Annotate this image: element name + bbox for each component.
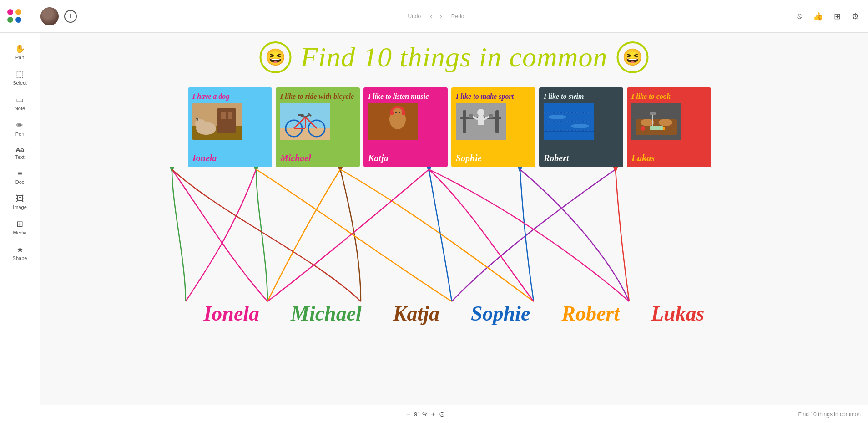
bottom-name-lukas: Lukas xyxy=(651,301,705,326)
svg-marker-61 xyxy=(427,167,431,173)
card-sophie-title: I like to make sport xyxy=(456,92,531,101)
card-sophie-name: Sophie xyxy=(456,153,482,163)
card-michael[interactable]: I like to ride with bicycle xyxy=(276,87,360,167)
sidebar: ✋ Pan ⬚ Select ▭ Note ✏ Pen Aa Text ≡ Do… xyxy=(0,33,40,405)
svg-rect-35 xyxy=(478,116,484,125)
sidebar-select-label: Select xyxy=(13,80,27,86)
bottom-name-sophie: Sophie xyxy=(471,301,530,326)
svg-point-9 xyxy=(192,119,197,122)
sidebar-image-label: Image xyxy=(13,204,27,210)
svg-marker-60 xyxy=(338,167,343,173)
text-icon: Aa xyxy=(15,146,24,153)
sidebar-item-select[interactable]: ⬚ Select xyxy=(4,66,36,89)
select-icon: ⬚ xyxy=(16,69,24,79)
svg-point-48 xyxy=(571,124,589,128)
names-row: Ionela Michael Katja Sophie Robert Lukas xyxy=(188,301,720,326)
card-katja[interactable]: I like to listen music xyxy=(363,87,448,167)
sidebar-shape-label: Shape xyxy=(13,255,27,261)
zoom-in-button[interactable]: + xyxy=(431,410,435,418)
sidebar-item-pen[interactable]: ✏ Pen xyxy=(4,117,36,140)
bottom-name-katja: Katja xyxy=(393,301,439,326)
svg-marker-62 xyxy=(518,167,522,173)
zoom-controls: − 91 % + ⊙ xyxy=(406,410,445,418)
card-lukas[interactable]: I like to cook Luka xyxy=(627,87,711,167)
zoom-out-button[interactable]: − xyxy=(406,410,410,418)
card-robert-name: Robert xyxy=(544,153,569,163)
canvas[interactable]: 😆 Find 10 things in common 😆 I have a do… xyxy=(40,33,868,405)
svg-rect-57 xyxy=(650,126,663,130)
topbar-right: ⎋ 👍 ⊞ ⚙ xyxy=(795,10,861,23)
app-logo[interactable] xyxy=(7,9,22,24)
card-robert[interactable]: I like to swim Robert xyxy=(539,87,623,167)
card-katja-title: I like to listen music xyxy=(368,92,443,101)
main-title-area: 😆 Find 10 things in common 😆 xyxy=(260,41,649,73)
back-button[interactable]: ‹ xyxy=(428,10,434,22)
pan-icon: ✋ xyxy=(15,44,25,54)
cards-row: I have a dog Ionela xyxy=(188,87,720,167)
card-ionela[interactable]: I have a dog Ionela xyxy=(188,87,272,167)
card-lukas-title: I like to cook xyxy=(631,92,707,101)
smiley-left: 😆 xyxy=(260,41,292,73)
sidebar-text-label: Text xyxy=(15,154,24,160)
bottom-name-ionela: Ionela xyxy=(203,301,259,326)
card-ionela-title: I have a dog xyxy=(192,92,267,101)
sidebar-item-media[interactable]: ⊞ Media xyxy=(4,215,36,239)
card-sophie[interactable]: I like to make sport xyxy=(451,87,535,167)
page-title-bottom: Find 10 things in common xyxy=(798,411,861,418)
svg-rect-2 xyxy=(217,108,236,133)
card-michael-name: Michael xyxy=(280,153,311,163)
svg-rect-4 xyxy=(228,112,232,119)
like-button[interactable]: 👍 xyxy=(811,10,825,23)
svg-point-28 xyxy=(395,112,397,113)
sidebar-item-pan[interactable]: ✋ Pan xyxy=(4,40,36,64)
divider xyxy=(31,8,31,25)
svg-rect-26 xyxy=(390,111,394,115)
sidebar-pen-label: Pen xyxy=(15,131,25,137)
sidebar-item-image[interactable]: 🖼 Image xyxy=(4,190,36,214)
bottom-name-michael: Michael xyxy=(291,301,362,326)
card-robert-image xyxy=(544,103,594,140)
sidebar-item-note[interactable]: ▭ Note xyxy=(4,91,36,115)
sidebar-item-text[interactable]: Aa Text xyxy=(4,142,36,163)
card-michael-title: I like to ride with bicycle xyxy=(280,92,355,101)
svg-rect-45 xyxy=(544,121,594,122)
forward-button[interactable]: › xyxy=(438,10,444,22)
svg-marker-58 xyxy=(170,167,174,173)
card-michael-image xyxy=(280,103,330,140)
media-icon: ⊞ xyxy=(16,219,23,229)
settings-button[interactable]: ⚙ xyxy=(850,10,861,23)
image-icon: 🖼 xyxy=(16,194,24,204)
svg-point-52 xyxy=(659,119,672,126)
svg-rect-33 xyxy=(495,110,499,133)
svg-rect-21 xyxy=(298,114,304,116)
smiley-right: 😆 xyxy=(616,41,648,73)
sidebar-item-doc[interactable]: ≡ Doc xyxy=(4,165,36,189)
card-lukas-name: Lukas xyxy=(631,153,655,163)
sidebar-item-shape[interactable]: ★ Shape xyxy=(4,241,36,265)
svg-marker-63 xyxy=(613,167,618,173)
share-button[interactable]: ⎋ xyxy=(795,10,804,23)
info-button[interactable]: i xyxy=(64,10,77,23)
grid-button[interactable]: ⊞ xyxy=(832,10,843,23)
svg-rect-44 xyxy=(544,112,594,113)
topbar-left: i xyxy=(7,7,77,25)
svg-point-29 xyxy=(399,112,400,113)
svg-rect-39 xyxy=(489,114,493,118)
avatar[interactable] xyxy=(40,7,59,25)
card-lukas-image xyxy=(631,103,681,140)
sidebar-note-label: Note xyxy=(15,106,25,111)
pen-icon: ✏ xyxy=(16,120,23,130)
redo-button[interactable]: Redo xyxy=(448,11,468,21)
topbar: i Undo ‹ › Redo ⎋ 👍 ⊞ ⚙ xyxy=(0,0,868,33)
card-katja-image xyxy=(368,103,418,140)
card-ionela-image xyxy=(192,103,242,140)
doc-icon: ≡ xyxy=(17,169,22,178)
bottom-name-robert: Robert xyxy=(561,301,620,326)
svg-line-20 xyxy=(301,116,305,117)
card-ionela-name: Ionela xyxy=(192,153,217,163)
svg-rect-32 xyxy=(463,110,466,133)
svg-rect-46 xyxy=(544,130,594,132)
sidebar-media-label: Media xyxy=(13,230,27,235)
undo-button[interactable]: Undo xyxy=(404,11,424,21)
zoom-reset-button[interactable]: ⊙ xyxy=(439,410,445,418)
